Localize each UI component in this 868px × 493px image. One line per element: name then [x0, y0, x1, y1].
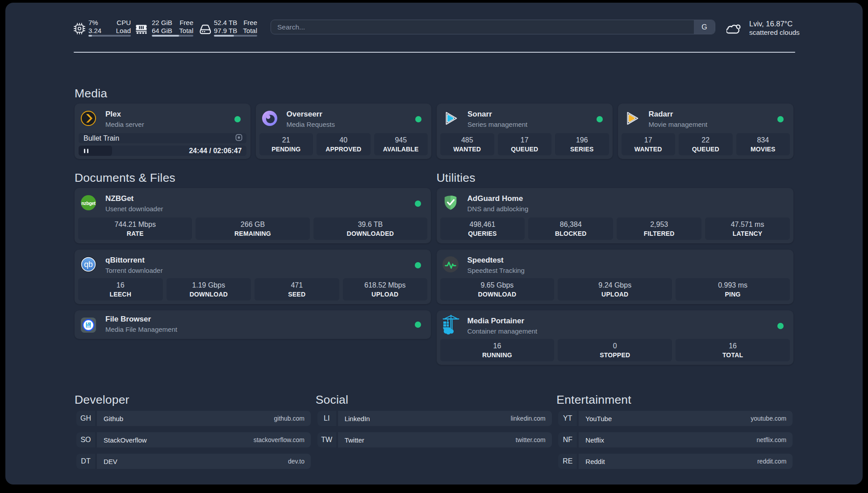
search-provider-button[interactable]: G — [694, 20, 715, 34]
resource-monitor-row: 97.9 TBTotal — [214, 27, 257, 35]
bookmark-name: Reddit — [585, 458, 605, 465]
service-card-plex[interactable]: PlexMedia serverBullet Train24:44 / 02:0… — [75, 104, 250, 159]
bookmark-dev[interactable]: DTDEVdev.to — [76, 454, 311, 469]
service-title: Radarr — [649, 110, 673, 119]
stat-box-total: 16TOTAL — [676, 339, 790, 361]
resource-monitor-row: 3.24Load — [88, 27, 131, 35]
now-playing-row: Bullet Train — [79, 133, 246, 143]
stat-box-movies: 834MOVIES — [736, 133, 790, 155]
stat-value: 498,461 — [440, 221, 525, 229]
service-card-file-browser[interactable]: File BrowserMedia File Management — [75, 310, 431, 339]
pause-icon[interactable] — [84, 149, 88, 153]
stat-box-seed: 471SEED — [255, 278, 339, 301]
service-title: NZBGet — [105, 194, 134, 203]
section-heading-social: Social — [316, 393, 348, 407]
stat-value: 0 — [558, 342, 672, 350]
cast-icon[interactable] — [235, 134, 242, 143]
section-heading-entertainment: Entertainment — [556, 393, 631, 407]
bookmark-url: reddit.com — [757, 458, 786, 465]
resource-monitor-row: 7%CPU — [88, 19, 131, 27]
service-subtitle: Series management — [467, 121, 527, 128]
service-card-radarr[interactable]: RadarrMovie management17WANTED22QUEUED83… — [618, 104, 794, 159]
resource-label: Load — [116, 27, 131, 35]
stat-box-wanted: 485WANTED — [440, 133, 494, 155]
service-card-overseerr[interactable]: OverseerrMedia Requests21PENDING40APPROV… — [256, 104, 432, 159]
bookmark-name: Netflix — [585, 436, 604, 444]
bookmark-url: netflix.com — [756, 436, 786, 443]
bookmark-url: stackoverflow.com — [254, 436, 305, 443]
stat-value: 16 — [440, 342, 555, 350]
service-card-media-portainer[interactable]: Media PortainerContainer management16RUN… — [437, 310, 794, 365]
stat-box-download: 9.65 GbpsDOWNLOAD — [440, 278, 555, 301]
bookmark-netflix[interactable]: NFNetflixnetflix.com — [558, 432, 793, 447]
bookmark-url: twitter.com — [516, 436, 546, 443]
service-card-speedtest[interactable]: SpeedtestSpeedtest Tracking9.65 GbpsDOWN… — [437, 250, 794, 304]
stat-value: 16 — [676, 342, 790, 350]
bookmark-name: LinkedIn — [345, 415, 370, 422]
service-subtitle: Movie management — [649, 121, 708, 128]
stat-value: 945 — [374, 136, 428, 144]
bookmark-youtube[interactable]: YTYouTubeyoutube.com — [558, 411, 793, 426]
resource-label: Free — [179, 19, 193, 27]
stat-box-running: 16RUNNING — [440, 339, 555, 361]
stat-label: DOWNLOADED — [313, 230, 427, 237]
stat-label: DOWNLOAD — [440, 291, 555, 298]
search-bar: G — [271, 20, 715, 34]
stat-label: LATENCY — [705, 230, 790, 237]
service-card-adguard-home[interactable]: AdGuard HomeDNS and adblocking498,461QUE… — [437, 188, 794, 243]
stat-value: 266 GB — [196, 221, 309, 229]
status-dot-online — [597, 116, 603, 122]
bookmark-body: StackOverflowstackoverflow.com — [97, 432, 311, 447]
bookmark-body: DEVdev.to — [97, 454, 311, 469]
stat-box-upload: 618.52 MbpsUPLOAD — [343, 278, 428, 301]
bookmark-abbr: GH — [76, 411, 95, 426]
bookmark-twitter[interactable]: TWTwittertwitter.com — [317, 432, 552, 447]
bookmark-reddit[interactable]: RERedditreddit.com — [558, 454, 793, 469]
resource-progress-fill — [214, 35, 234, 37]
resource-label: Free — [243, 19, 257, 27]
resource-value: 3.24 — [88, 27, 101, 35]
resource-value: 64 GiB — [152, 27, 172, 35]
bookmark-stackoverflow[interactable]: SOStackOverflowstackoverflow.com — [76, 432, 311, 447]
bookmark-abbr: LI — [317, 411, 336, 426]
status-dot-online — [777, 323, 784, 329]
bookmark-body: Githubgithub.com — [97, 411, 311, 426]
status-dot-online — [415, 116, 421, 122]
stat-value: 196 — [555, 136, 609, 144]
service-card-nzbget[interactable]: nzbgetNZBGetUsenet downloader744.21 Mbps… — [75, 188, 431, 243]
search-input[interactable] — [271, 20, 694, 34]
service-title: qBittorrent — [105, 256, 145, 265]
disk-icon — [200, 23, 211, 36]
stat-label: PING — [676, 291, 790, 298]
resource-monitor-row: 22 GiBFree — [152, 19, 193, 27]
stat-value: 17 — [622, 136, 676, 144]
stat-value: 47.571 ms — [705, 221, 790, 229]
service-subtitle: DNS and adblocking — [467, 205, 529, 213]
stat-box-latency: 47.571 msLATENCY — [705, 217, 790, 240]
service-subtitle: Container management — [467, 327, 538, 335]
resource-value: 7% — [88, 19, 98, 27]
stat-row: 498,461QUERIES86,384BLOCKED2,953FILTERED… — [440, 217, 790, 240]
stat-box-queued: 22QUEUED — [679, 133, 733, 155]
resource-value: 52.4 TB — [214, 19, 237, 27]
section-heading-utilities: Utilities — [437, 171, 476, 185]
stat-row: 16LEECH1.19 GbpsDOWNLOAD471SEED618.52 Mb… — [78, 278, 427, 301]
resource-progress-bar — [214, 35, 257, 37]
stat-value: 2,953 — [617, 221, 701, 229]
stat-label: SERIES — [555, 146, 609, 153]
service-card-sonarr[interactable]: SonarrSeries management485WANTED17QUEUED… — [437, 104, 613, 159]
stat-box-approved: 40APPROVED — [317, 133, 371, 155]
resource-progress-fill — [88, 35, 92, 37]
stat-row: 17WANTED22QUEUED834MOVIES — [622, 133, 790, 155]
stat-value: 485 — [440, 136, 494, 144]
player-time: 24:44 / 02:06:47 — [189, 147, 242, 155]
stat-label: BLOCKED — [528, 230, 613, 237]
stat-box-queued: 17QUEUED — [498, 133, 552, 155]
stat-box-ping: 0.993 msPING — [676, 278, 790, 301]
stat-value: 40 — [317, 136, 371, 144]
bookmark-linkedin[interactable]: LILinkedInlinkedin.com — [317, 411, 552, 426]
bookmark-name: StackOverflow — [104, 436, 147, 444]
service-card-qbittorrent[interactable]: qbqBittorrentTorrent downloader16LEECH1.… — [75, 250, 431, 304]
bookmark-abbr: TW — [317, 432, 336, 447]
bookmark-github[interactable]: GHGithubgithub.com — [76, 411, 311, 426]
